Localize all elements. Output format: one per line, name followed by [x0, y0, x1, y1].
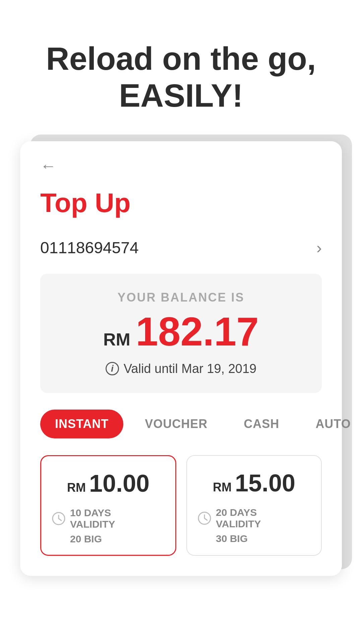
main-card: ← Top Up 01118694574 › YOUR BALANCE IS R…	[20, 141, 342, 576]
plan-card-2[interactable]: RM 15.00 20 DAYS VALIDITY 30 BIG	[186, 455, 322, 556]
plan-1-big: 20 BIG	[51, 533, 165, 545]
tab-cash[interactable]: CASH	[229, 410, 294, 438]
plan-1-amount-row: RM 10.00	[51, 470, 165, 497]
info-icon: i	[106, 362, 119, 375]
plan-1-amount: 10.00	[89, 470, 149, 497]
hero-title: Reload on the go, EASILY!	[20, 40, 342, 114]
balance-label: YOUR BALANCE IS	[60, 290, 302, 305]
hero-section: Reload on the go, EASILY!	[0, 0, 362, 141]
balance-currency: RM	[103, 329, 130, 350]
plan-2-big: 30 BIG	[197, 533, 311, 544]
tabs-row: INSTANT VOUCHER CASH AUTO	[40, 410, 322, 438]
plan-2-clock-icon	[197, 511, 212, 526]
balance-amount: 182.17	[136, 311, 259, 352]
phone-row[interactable]: 01118694574 ›	[40, 235, 322, 260]
plan-2-validity-days: 20 DAYS VALIDITY	[216, 507, 261, 530]
plans-row: RM 10.00 10 DAYS VALIDITY 20 BIG	[40, 455, 322, 556]
back-button[interactable]: ←	[40, 158, 322, 174]
plan-1-currency: RM	[67, 481, 86, 495]
plan-card-1[interactable]: RM 10.00 10 DAYS VALIDITY 20 BIG	[40, 455, 176, 556]
chevron-right-icon: ›	[316, 238, 322, 257]
tab-instant[interactable]: INSTANT	[40, 410, 123, 438]
plan-1-clock-icon	[51, 511, 66, 526]
plan-1-validity-row: 10 DAYS VALIDITY	[51, 507, 165, 530]
phone-number: 01118694574	[40, 238, 139, 257]
card-wrapper: ← Top Up 01118694574 › YOUR BALANCE IS R…	[20, 141, 342, 576]
plan-2-amount: 15.00	[235, 469, 295, 497]
page-title: Top Up	[40, 187, 322, 218]
validity-text: Valid until Mar 19, 2019	[124, 362, 256, 376]
plan-2-validity-row: 20 DAYS VALIDITY	[197, 507, 311, 530]
balance-box: YOUR BALANCE IS RM 182.17 i Valid until …	[40, 274, 322, 393]
plan-2-amount-row: RM 15.00	[197, 469, 311, 497]
plan-2-currency: RM	[213, 480, 232, 494]
validity-row: i Valid until Mar 19, 2019	[60, 362, 302, 376]
plan-1-validity-days: 10 DAYS VALIDITY	[70, 507, 115, 530]
tab-voucher[interactable]: VOUCHER	[130, 410, 222, 438]
balance-amount-row: RM 182.17	[60, 311, 302, 352]
back-arrow-icon: ←	[40, 158, 56, 174]
tab-auto[interactable]: AUTO	[301, 410, 362, 438]
